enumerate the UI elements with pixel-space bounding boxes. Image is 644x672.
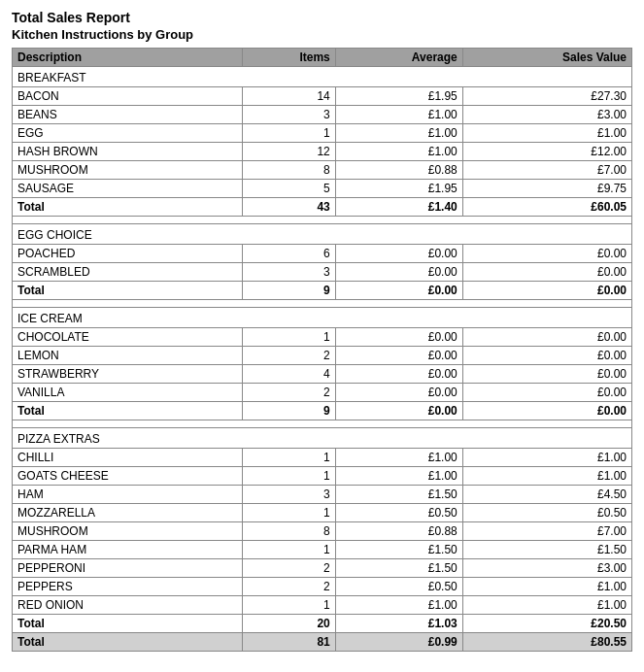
- row-sales-value: £0.00: [462, 263, 631, 282]
- total-label: Total: [13, 282, 243, 300]
- row-sales-value: £1.00: [462, 578, 631, 596]
- col-header-sales-value: Sales Value: [462, 49, 631, 67]
- row-average: £0.50: [335, 578, 462, 596]
- row-description: MOZZARELLA: [13, 504, 243, 522]
- group-header-row: PIZZA EXTRAS: [13, 428, 632, 449]
- row-description: PEPPERONI: [13, 559, 243, 578]
- total-average: £1.03: [335, 615, 462, 633]
- row-items: 8: [242, 161, 335, 180]
- row-sales-value: £0.00: [462, 245, 631, 263]
- row-average: £1.50: [335, 541, 462, 559]
- total-items: 9: [242, 282, 335, 300]
- total-label: Total: [13, 402, 243, 420]
- report-title: Total Sales Report: [12, 10, 632, 25]
- total-items: 43: [242, 198, 335, 217]
- total-average: £0.00: [335, 402, 462, 420]
- row-sales-value: £1.00: [462, 449, 631, 467]
- row-sales-value: £0.50: [462, 504, 631, 522]
- row-average: £0.00: [335, 365, 462, 384]
- total-label: Total: [13, 198, 243, 217]
- table-row: POACHED 6 £0.00 £0.00: [13, 245, 632, 263]
- table-row: CHOCOLATE 1 £0.00 £0.00: [13, 328, 632, 347]
- row-average: £0.88: [335, 522, 462, 541]
- spacer-row: [13, 420, 632, 428]
- row-average: £1.95: [335, 87, 462, 106]
- total-sales-value: £0.00: [462, 402, 631, 420]
- table-row: MUSHROOM 8 £0.88 £7.00: [13, 522, 632, 541]
- row-sales-value: £9.75: [462, 180, 631, 198]
- report-subtitle: Kitchen Instructions by Group: [12, 27, 632, 42]
- row-sales-value: £1.00: [462, 467, 631, 486]
- table-row: SAUSAGE 5 £1.95 £9.75: [13, 180, 632, 198]
- total-sales-value: £0.00: [462, 282, 631, 300]
- row-description: MUSHROOM: [13, 522, 243, 541]
- row-average: £1.00: [335, 596, 462, 615]
- total-label: Total: [13, 615, 243, 633]
- row-items: 2: [242, 559, 335, 578]
- table-row: BACON 14 £1.95 £27.30: [13, 87, 632, 106]
- row-description: PARMA HAM: [13, 541, 243, 559]
- section-total-row: Total 9 £0.00 £0.00: [13, 282, 632, 300]
- page: Total Sales Report Kitchen Instructions …: [0, 0, 644, 661]
- row-average: £1.50: [335, 486, 462, 504]
- row-items: 2: [242, 347, 335, 365]
- row-items: 1: [242, 124, 335, 143]
- row-items: 1: [242, 449, 335, 467]
- row-items: 1: [242, 467, 335, 486]
- row-average: £1.00: [335, 449, 462, 467]
- row-description: BACON: [13, 87, 243, 106]
- row-sales-value: £0.00: [462, 365, 631, 384]
- row-average: £0.00: [335, 245, 462, 263]
- row-description: SAUSAGE: [13, 180, 243, 198]
- table-row: PARMA HAM 1 £1.50 £1.50: [13, 541, 632, 559]
- grand-total-row: Total 81 £0.99 £80.55: [13, 633, 632, 652]
- row-description: EGG: [13, 124, 243, 143]
- table-row: HAM 3 £1.50 £4.50: [13, 486, 632, 504]
- row-sales-value: £0.00: [462, 384, 631, 402]
- row-items: 2: [242, 578, 335, 596]
- row-items: 1: [242, 541, 335, 559]
- total-average: £1.40: [335, 198, 462, 217]
- spacer-row: [13, 217, 632, 224]
- grand-total-label: Total: [13, 633, 243, 652]
- row-items: 3: [242, 486, 335, 504]
- total-sales-value: £20.50: [462, 615, 631, 633]
- row-sales-value: £27.30: [462, 87, 631, 106]
- row-sales-value: £7.00: [462, 522, 631, 541]
- row-items: 12: [242, 143, 335, 161]
- grand-total-average: £0.99: [335, 633, 462, 652]
- spacer-row: [13, 300, 632, 308]
- row-items: 3: [242, 263, 335, 282]
- table-row: PEPPERS 2 £0.50 £1.00: [13, 578, 632, 596]
- row-items: 5: [242, 180, 335, 198]
- group-label: EGG CHOICE: [13, 224, 632, 245]
- section-total-row: Total 9 £0.00 £0.00: [13, 402, 632, 420]
- row-items: 3: [242, 106, 335, 124]
- row-sales-value: £12.00: [462, 143, 631, 161]
- table-row: CHILLI 1 £1.00 £1.00: [13, 449, 632, 467]
- row-description: HASH BROWN: [13, 143, 243, 161]
- table-row: EGG 1 £1.00 £1.00: [13, 124, 632, 143]
- group-label: ICE CREAM: [13, 308, 632, 328]
- row-average: £0.00: [335, 263, 462, 282]
- row-average: £1.00: [335, 143, 462, 161]
- row-description: LEMON: [13, 347, 243, 365]
- row-description: VANILLA: [13, 384, 243, 402]
- row-average: £1.50: [335, 559, 462, 578]
- group-header-row: ICE CREAM: [13, 308, 632, 328]
- row-average: £1.00: [335, 106, 462, 124]
- group-label: BREAKFAST: [13, 67, 632, 87]
- table-row: SCRAMBLED 3 £0.00 £0.00: [13, 263, 632, 282]
- table-header-row: Description Items Average Sales Value: [13, 49, 632, 67]
- row-description: SCRAMBLED: [13, 263, 243, 282]
- row-items: 8: [242, 522, 335, 541]
- row-sales-value: £0.00: [462, 347, 631, 365]
- table-row: MUSHROOM 8 £0.88 £7.00: [13, 161, 632, 180]
- table-row: RED ONION 1 £1.00 £1.00: [13, 596, 632, 615]
- report-table: Description Items Average Sales Value BR…: [12, 48, 632, 652]
- row-items: 14: [242, 87, 335, 106]
- row-items: 1: [242, 504, 335, 522]
- row-sales-value: £7.00: [462, 161, 631, 180]
- table-row: PEPPERONI 2 £1.50 £3.00: [13, 559, 632, 578]
- col-header-items: Items: [242, 49, 335, 67]
